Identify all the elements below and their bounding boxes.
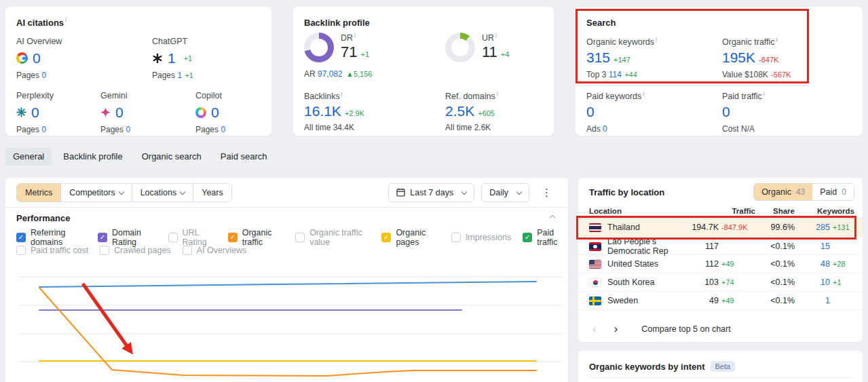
stat-perplexity: Perplexity 0 Pages 0 — [16, 91, 54, 134]
traffic-value: 117 — [675, 242, 719, 251]
pages-count[interactable]: 0 — [221, 125, 225, 134]
traffic-value: 103 — [675, 278, 719, 287]
info-icon[interactable]: i — [495, 32, 497, 39]
backlinks-value[interactable]: 16.1K — [304, 103, 341, 119]
stat-value[interactable]: 0 — [31, 104, 39, 120]
info-icon[interactable]: i — [341, 90, 343, 97]
top3-value[interactable]: 114 — [609, 70, 622, 79]
location-name[interactable]: South Korea — [607, 278, 655, 287]
date-range-dropdown[interactable]: Last 7 days — [388, 183, 474, 202]
metric-checkbox-impressions[interactable]: Impressions — [451, 233, 511, 242]
tab-backlink-profile[interactable]: Backlink profile — [56, 147, 130, 166]
checkbox-icon: ✓ — [98, 233, 107, 242]
calendar-icon — [396, 188, 405, 197]
stat-label: AI Overview — [16, 37, 62, 46]
prev-page-button[interactable]: ‹ — [586, 322, 603, 336]
keywords-count[interactable]: 285 — [795, 223, 830, 232]
col-location: Location — [589, 207, 675, 215]
location-name[interactable]: United States — [607, 259, 658, 269]
tab-organic-search[interactable]: Organic search — [134, 147, 209, 166]
keywords-delta: +131 — [833, 223, 854, 231]
info-icon[interactable]: i — [643, 90, 644, 97]
info-icon[interactable]: i — [65, 16, 67, 23]
filter-segmented-control: Metrics Competitors Locations Years — [16, 183, 232, 202]
location-name[interactable]: Thailand — [607, 223, 640, 232]
pages-count[interactable]: 0 — [126, 125, 130, 134]
info-icon[interactable]: i — [656, 36, 657, 43]
ref-domains-delta: +605 — [478, 109, 495, 117]
share-value: 99.6% — [755, 223, 795, 232]
metric-checkbox-url-rating[interactable]: URL Rating — [168, 228, 216, 247]
metric-toggle-row-2: Paid traffic cost Crawled pages AI Overv… — [16, 246, 246, 255]
gemini-icon — [100, 107, 111, 117]
traffic-delta: +49 — [721, 297, 755, 305]
stat-value[interactable]: 0 — [211, 104, 219, 120]
keywords-count[interactable]: 1 — [795, 296, 830, 305]
pages-count[interactable]: 0 — [41, 125, 46, 134]
metric-checkbox-organic-pages[interactable]: ✓Organic pages — [381, 228, 440, 247]
keywords-count[interactable]: 48 — [795, 259, 830, 269]
organic-keywords-value[interactable]: 315 — [586, 50, 610, 65]
compare-top5-button[interactable]: Compare top 5 on chart — [641, 324, 730, 334]
metric-checkbox-crawled-pages[interactable]: Crawled pages — [100, 246, 170, 255]
top3-label: Top 3 — [586, 70, 606, 79]
keywords-count[interactable]: 15 — [795, 242, 830, 251]
openai-icon — [152, 53, 163, 64]
tab-general[interactable]: General — [5, 147, 52, 166]
ar-label: AR — [304, 69, 316, 79]
backlink-profile-title: Backlink profile — [304, 18, 370, 28]
metric-checkbox-referring-domains[interactable]: ✓Referring domains — [16, 228, 86, 247]
info-icon[interactable]: i — [354, 32, 356, 39]
metric-checkbox-domain-rating[interactable]: ✓Domain Rating — [98, 228, 157, 247]
performance-title: Performance — [16, 213, 70, 223]
locations-dropdown[interactable]: Locations — [132, 184, 193, 202]
tab-paid-search[interactable]: Paid search — [213, 147, 275, 166]
metric-checkbox-ai-overviews[interactable]: AI Overviews — [183, 246, 247, 255]
collapse-chevron-icon[interactable] — [550, 215, 555, 221]
granularity-dropdown[interactable]: Daily — [481, 183, 529, 202]
paid-traffic-value[interactable]: 0 — [722, 104, 730, 119]
info-icon[interactable]: i — [763, 90, 765, 97]
years-button[interactable]: Years — [193, 184, 231, 202]
competitors-dropdown[interactable]: Competitors — [60, 184, 131, 202]
col-keywords: Keywords — [795, 207, 854, 215]
next-page-button[interactable]: › — [608, 322, 624, 336]
metric-checkbox-paid-traffic-cost[interactable]: Paid traffic cost — [16, 246, 88, 255]
toggle-paid[interactable]: Paid0 — [812, 184, 854, 200]
cost-value: N/A — [741, 124, 755, 134]
stat-value[interactable]: 0 — [115, 104, 124, 120]
ur-label: UR — [482, 33, 494, 43]
paid-keywords-label: Paid keywords — [586, 92, 641, 101]
keywords-count[interactable]: 10 — [795, 278, 830, 287]
organic-keywords-stat: Organic keywordsi 315+147 Top 3 114 +44 — [586, 37, 657, 79]
stat-value[interactable]: 1 — [168, 50, 176, 66]
ar-value[interactable]: 97,082 — [318, 69, 343, 79]
thailand-flag-icon — [589, 223, 601, 232]
traffic-delta: +49 — [721, 260, 755, 268]
ads-value[interactable]: 0 — [603, 124, 607, 134]
kebab-menu-icon[interactable]: ⋮ — [536, 184, 557, 202]
metric-checkbox-organic-traffic-value[interactable]: Organic traffic value — [295, 228, 370, 247]
keywords-delta: +1 — [833, 278, 854, 286]
toggle-organic[interactable]: Organic43 — [754, 184, 812, 200]
info-icon[interactable]: i — [497, 90, 498, 97]
stat-value[interactable]: 0 — [33, 50, 41, 66]
overview-panel: Metrics Competitors Locations Years Last… — [5, 178, 568, 382]
paid-traffic-label: Paid traffic — [722, 92, 762, 101]
location-name[interactable]: Sweden — [607, 296, 638, 305]
pages-count[interactable]: 0 — [41, 71, 46, 80]
alltime-label: All time — [445, 123, 472, 132]
pages-label: Pages — [16, 125, 39, 134]
table-pagination: ‹ › Compare top 5 on chart — [586, 322, 731, 336]
dr-delta: +1 — [360, 50, 369, 58]
organic-traffic-value[interactable]: 195K — [722, 50, 755, 65]
metric-checkbox-paid-traffic[interactable]: ✓Paid traffic — [523, 228, 568, 247]
location-name[interactable]: Lao People's Democratic Rep — [607, 237, 675, 256]
paid-keywords-value[interactable]: 0 — [586, 104, 595, 119]
metric-checkbox-organic-traffic[interactable]: ✓Organic traffic — [228, 228, 284, 247]
table-row-thailand: Thailand 194.7K-847.9K 99.6% 285+131 — [578, 218, 863, 237]
pages-count[interactable]: 1 — [177, 71, 182, 80]
metrics-button[interactable]: Metrics — [17, 184, 60, 202]
info-icon[interactable]: i — [776, 36, 778, 43]
ref-domains-value[interactable]: 2.5K — [445, 103, 474, 119]
